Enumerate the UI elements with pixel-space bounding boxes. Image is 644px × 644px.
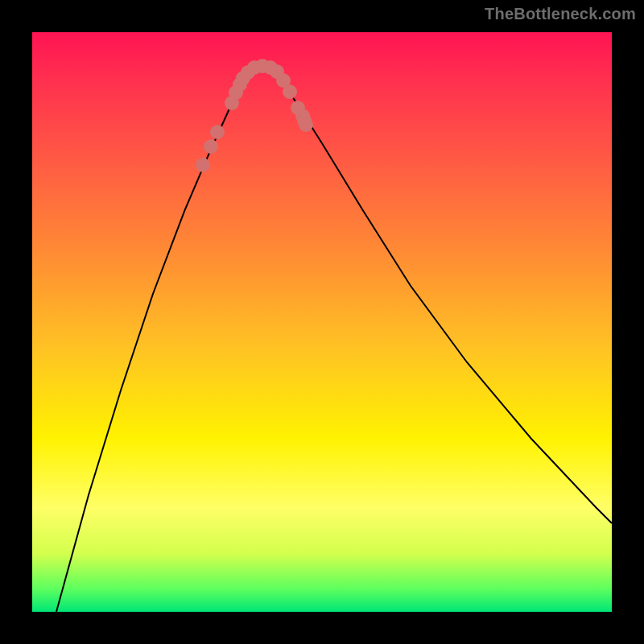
marker-dot [196,158,210,172]
plot-area [32,32,612,612]
chart-svg [32,32,612,612]
marker-dot [210,125,225,139]
marker-dot [299,118,313,132]
marker-dot [204,139,218,154]
bottleneck-curve [56,66,612,612]
marker-group [196,59,313,172]
watermark-label: TheBottleneck.com [485,5,636,23]
marker-dot [283,85,297,99]
chart-frame: TheBottleneck.com [0,0,644,644]
